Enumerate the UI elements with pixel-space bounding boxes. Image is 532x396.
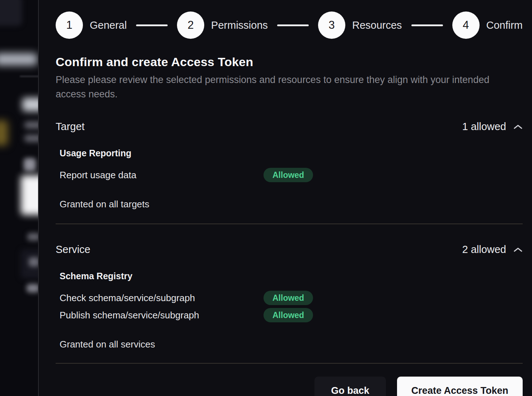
blurred-text: [27, 233, 38, 241]
page-title: Confirm and create Access Token: [56, 55, 523, 69]
blurred-heading: [22, 98, 38, 111]
section-title: Target: [56, 121, 85, 133]
permission-label: Publish schema/service/subgraph: [60, 310, 263, 321]
step-resources[interactable]: 3 Resources: [318, 11, 402, 39]
permission-row: Report usage data Allowed: [60, 168, 523, 182]
blurred-card: [21, 175, 38, 215]
blurred-accent: [0, 120, 8, 146]
permission-group: Schema Registry Check schema/service/sub…: [60, 271, 523, 322]
step-label: Permissions: [211, 19, 268, 31]
step-label: Confirm: [486, 19, 523, 31]
permission-label: Report usage data: [60, 170, 263, 181]
step-general[interactable]: 1 General: [56, 11, 127, 39]
chevron-up-icon[interactable]: [513, 247, 523, 253]
section-service: Service 2 allowed Schema Registry Check …: [56, 244, 523, 350]
blurred-text: [0, 53, 37, 65]
blurred-divider: [20, 76, 38, 77]
section-title: Service: [56, 244, 90, 255]
create-access-token-panel: 1 General 2 Permissions 3 Resources 4 Co…: [38, 0, 532, 396]
section-header: Service 2 allowed: [56, 244, 523, 255]
blurred-text: [24, 121, 38, 129]
section-collapse-toggle[interactable]: 1 allowed: [462, 121, 523, 133]
blurred-icon: [24, 158, 36, 171]
permission-group-name: Schema Registry: [60, 271, 523, 281]
allowed-count: 2 allowed: [462, 244, 506, 255]
step-confirm[interactable]: 4 Confirm: [452, 11, 523, 39]
footer-actions: Go back Create Access Token: [56, 377, 523, 396]
footer-divider: [56, 363, 523, 364]
permission-group: Usage Reporting Report usage data Allowe…: [60, 148, 523, 182]
blurred-card: [0, 0, 22, 26]
step-label: General: [90, 19, 127, 31]
step-number-circle: 2: [177, 11, 204, 39]
create-access-token-button[interactable]: Create Access Token: [397, 377, 523, 396]
section-divider: [56, 224, 523, 224]
blurred-text: [24, 135, 38, 142]
chevron-up-icon[interactable]: [513, 124, 523, 130]
step-number-circle: 3: [318, 11, 345, 39]
step-permissions[interactable]: 2 Permissions: [177, 11, 268, 39]
go-back-button[interactable]: Go back: [314, 377, 386, 396]
step-label: Resources: [352, 19, 402, 31]
permission-row: Publish schema/service/subgraph Allowed: [60, 308, 523, 322]
permission-group-name: Usage Reporting: [60, 148, 523, 158]
section-target: Target 1 allowed Usage Reporting Report …: [56, 121, 523, 210]
granted-note: Granted on all services: [60, 339, 523, 350]
step-number-circle: 4: [452, 11, 480, 39]
status-badge: Allowed: [263, 308, 313, 322]
stepper-connector: [136, 24, 168, 26]
allowed-count: 1 allowed: [462, 121, 506, 133]
page-subtitle: Please please review the selected permis…: [56, 73, 501, 101]
status-badge: Allowed: [263, 168, 313, 182]
section-collapse-toggle[interactable]: 2 allowed: [462, 244, 523, 255]
permission-label: Check schema/service/subgraph: [60, 293, 263, 304]
background-blurred-app: [0, 0, 38, 396]
granted-note: Granted on all targets: [60, 199, 523, 210]
stepper-connector: [411, 24, 443, 26]
status-badge: Allowed: [263, 291, 313, 305]
permission-row: Check schema/service/subgraph Allowed: [60, 291, 523, 305]
section-header: Target 1 allowed: [56, 121, 523, 133]
blurred-text: [29, 257, 38, 267]
wizard-stepper: 1 General 2 Permissions 3 Resources 4 Co…: [56, 11, 523, 39]
step-number-circle: 1: [56, 11, 83, 39]
stepper-connector: [277, 24, 309, 26]
blurred-text: [27, 284, 38, 293]
